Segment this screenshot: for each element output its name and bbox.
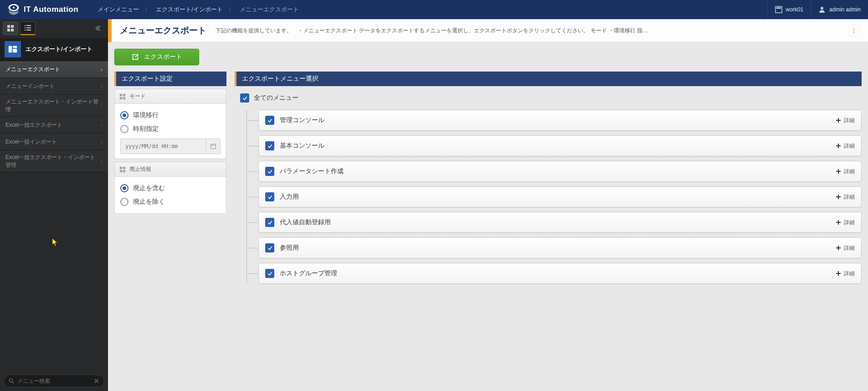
svg-point-2 [821, 7, 823, 10]
svg-rect-24 [123, 97, 125, 99]
detail-button[interactable]: 詳細 [836, 219, 855, 226]
plus-icon [836, 245, 841, 251]
search-input[interactable] [17, 378, 94, 384]
svg-rect-22 [123, 93, 125, 96]
breadcrumb-item-2[interactable]: メニューエクスポート [240, 5, 299, 14]
detail-button[interactable]: 詳細 [836, 117, 855, 124]
breadcrumb-item-0[interactable]: メインメニュー [98, 5, 139, 14]
user-chip[interactable]: admin admin [811, 0, 868, 19]
tree-item[interactable]: パラメータシート作成 詳細 [258, 161, 862, 182]
datetime-input[interactable] [121, 139, 205, 153]
view-list-button[interactable] [20, 21, 36, 35]
more-button[interactable] [848, 25, 860, 36]
breadcrumb-item-1[interactable]: エクスポート/インポート [156, 5, 223, 14]
settings-panel-header: エクスポート設定 [114, 72, 226, 86]
svg-rect-30 [123, 166, 125, 169]
checkbox-checked-icon[interactable] [265, 116, 274, 125]
sidebar-search: ✕ [0, 371, 108, 391]
tree-root-label: 全てのメニュー [254, 94, 298, 102]
plus-icon [836, 271, 841, 276]
sidebar-collapse-button[interactable] [90, 21, 105, 35]
discard-setting-box: 廃止情報 廃止を含む 廃止を除く [114, 162, 226, 214]
grid-icon [7, 25, 14, 32]
detail-button[interactable]: 詳細 [836, 193, 855, 201]
mode-option-time-label: 時刻指定 [133, 125, 159, 133]
svg-line-17 [12, 382, 14, 383]
workspace-chip[interactable]: work01 [767, 0, 811, 19]
workspace-icon [775, 6, 782, 13]
view-grid-button[interactable] [3, 21, 18, 35]
chevron-right-icon: › [100, 82, 103, 90]
radio-unchecked-icon [120, 125, 128, 133]
mode-option-env[interactable]: 環境移行 [120, 108, 221, 122]
discard-header: 廃止情報 [115, 162, 226, 177]
plus-icon [836, 220, 841, 225]
svg-rect-11 [25, 30, 26, 31]
calendar-button[interactable] [205, 139, 220, 154]
tree-item[interactable]: 入力用 詳細 [258, 186, 862, 207]
app-logo[interactable]: IT Automation [0, 3, 86, 16]
detail-button[interactable]: 詳細 [836, 142, 855, 150]
page-header: メニューエクスポート 下記の機能を提供しています。 ・メニューエクスポート デー… [108, 19, 868, 42]
detail-label: 詳細 [844, 244, 855, 252]
mode-header: モード [115, 89, 226, 104]
mode-option-time[interactable]: 時刻指定 [120, 122, 221, 136]
svg-rect-10 [26, 27, 31, 28]
sidebar-item-menu-export-import-manage[interactable]: メニューエクスポート・インポート管理› [0, 95, 108, 117]
svg-rect-14 [13, 46, 17, 48]
checkbox-checked-icon[interactable] [265, 269, 274, 278]
detail-button[interactable]: 詳細 [836, 168, 855, 175]
chevron-right-icon: › [100, 138, 103, 145]
svg-rect-3 [7, 25, 10, 28]
tree-item-label: パラメータシート作成 [280, 167, 344, 175]
plus-icon [836, 143, 841, 149]
export-button-label: エクスポート [144, 53, 182, 61]
svg-rect-1 [776, 7, 781, 9]
tree-item[interactable]: 管理コンソール 詳細 [258, 110, 862, 131]
svg-rect-6 [11, 29, 14, 31]
checkbox-checked-icon[interactable] [265, 141, 274, 150]
sidebar-item-label: Excel一括エクスポート [5, 121, 62, 129]
list-icon [24, 24, 31, 31]
tree-item-label: 管理コンソール [280, 116, 324, 124]
sidebar-item-excel-export-import-manage[interactable]: Excel一括エクスポート・インポート管理› [0, 150, 108, 172]
discard-option-include-label: 廃止を含む [133, 184, 165, 192]
checkbox-checked-icon[interactable] [265, 192, 274, 201]
sidebar-item-menu-import[interactable]: メニューインポート› [0, 78, 108, 95]
sidebar-item-label: Excel一括インポート [5, 138, 57, 146]
tree-item[interactable]: 基本コンソール 詳細 [258, 135, 862, 156]
sidebar-item-menu-export[interactable]: メニューエクスポート› [0, 61, 108, 78]
group-icon [5, 41, 21, 57]
export-icon [131, 53, 139, 61]
checkbox-checked-icon[interactable] [265, 218, 274, 227]
page-description: 下記の機能を提供しています。 ・メニューエクスポート データをエクスポートするメ… [216, 27, 839, 35]
tree-item-label: 参照用 [280, 244, 299, 252]
svg-rect-25 [211, 144, 216, 149]
breadcrumb: メインメニュー 〉 エクスポート/インポート 〉 メニューエクスポート [86, 5, 299, 14]
detail-button[interactable]: 詳細 [836, 270, 855, 278]
tree-item[interactable]: 参照用 詳細 [258, 237, 862, 258]
sidebar-item-excel-import[interactable]: Excel一括インポート› [0, 134, 108, 150]
svg-rect-7 [25, 25, 26, 26]
tree-item[interactable]: ホストグループ管理 詳細 [258, 263, 862, 284]
svg-rect-4 [11, 25, 14, 28]
tree-root-all[interactable]: 全てのメニュー [235, 91, 862, 105]
tree-item[interactable]: 代入値自動登録用 詳細 [258, 212, 862, 233]
clear-search-button[interactable]: ✕ [94, 377, 99, 385]
export-button[interactable]: エクスポート [114, 49, 199, 65]
sidebar-item-label: Excel一括エクスポート・インポート管理 [5, 154, 100, 169]
sidebar-group-header[interactable]: エクスポート/インポート [0, 37, 108, 61]
detail-label: 詳細 [844, 117, 855, 124]
detail-button[interactable]: 詳細 [836, 244, 855, 252]
discard-option-include[interactable]: 廃止を含む [120, 181, 221, 195]
discard-option-exclude[interactable]: 廃止を除く [120, 195, 221, 209]
discard-option-exclude-label: 廃止を除く [133, 198, 165, 206]
svg-rect-29 [120, 166, 122, 169]
checkbox-checked-icon[interactable] [265, 167, 274, 176]
sidebar-item-label: メニューエクスポート・インポート管理 [5, 98, 100, 113]
checkbox-checked-icon[interactable] [240, 93, 249, 103]
checkbox-checked-icon[interactable] [265, 243, 274, 252]
sidebar-item-excel-export[interactable]: Excel一括エクスポート› [0, 117, 108, 134]
workspace-label: work01 [786, 6, 804, 13]
group-label: エクスポート/インポート [26, 46, 92, 53]
